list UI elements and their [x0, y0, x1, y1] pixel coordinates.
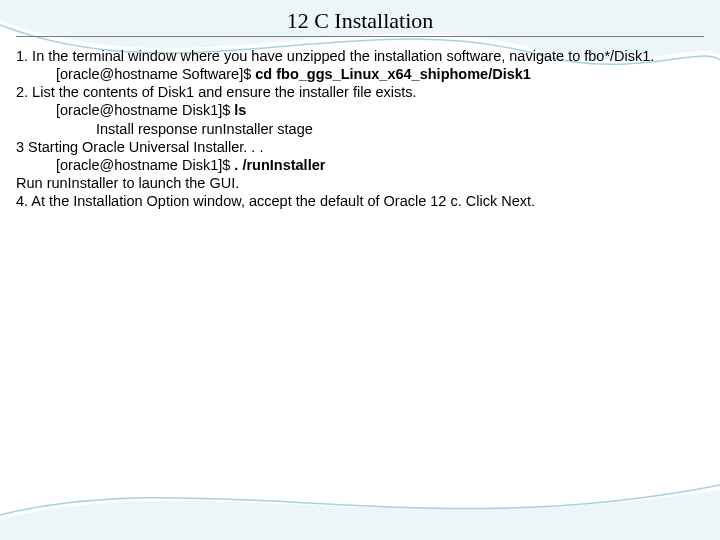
step-2: 2. List the contents of Disk1 and ensure…	[16, 83, 704, 101]
title-underline	[16, 36, 704, 37]
step-1: 1. In the terminal window where you have…	[16, 47, 704, 65]
step-2-cmd: [oracle@hostname Disk1]$ ls	[16, 101, 704, 119]
prompt-prefix: [oracle@hostname Disk1]$	[56, 157, 234, 173]
page-title: 12 C Installation	[16, 8, 704, 34]
step-4: 4. At the Installation Option window, ac…	[16, 192, 704, 210]
prompt-prefix: [oracle@hostname Software]$	[56, 66, 255, 82]
cmd-ls: ls	[234, 102, 246, 118]
step-3-note: Run runInstaller to launch the GUI.	[16, 174, 704, 192]
prompt-prefix: [oracle@hostname Disk1]$	[56, 102, 234, 118]
instruction-body: 1. In the terminal window where you have…	[16, 47, 704, 210]
step-1-cmd: [oracle@hostname Software]$ cd fbo_ggs_L…	[16, 65, 704, 83]
step-2-output: Install response runInstaller stage	[16, 120, 704, 138]
step-3-cmd: [oracle@hostname Disk1]$ . /runInstaller	[16, 156, 704, 174]
cmd-run: . /runInstaller	[234, 157, 325, 173]
cmd-cd: cd fbo_ggs_Linux_x64_shiphome/Disk1	[255, 66, 531, 82]
step-3: 3 Starting Oracle Universal Installer. .…	[16, 138, 704, 156]
